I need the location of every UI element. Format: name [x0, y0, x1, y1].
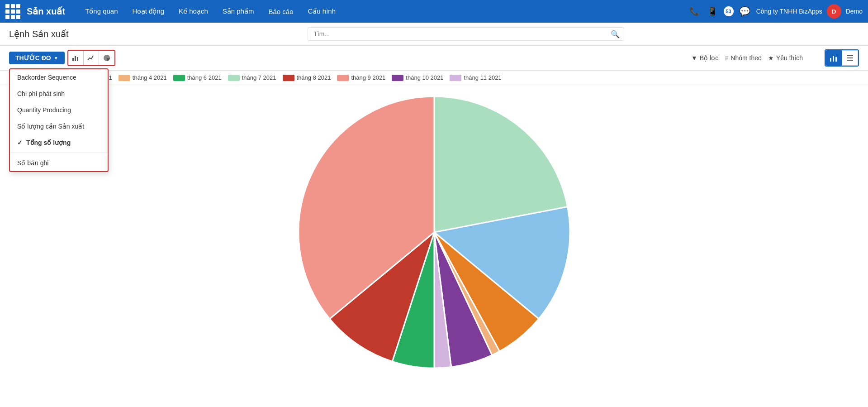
menu-tong-quan[interactable]: Tổng quan	[78, 0, 125, 23]
toolbar: THƯỚC ĐO ▼ ▼ Bộ lọc ≡ Nhóm theo	[0, 46, 868, 71]
page-title: Lệnh Sản xuất	[9, 29, 69, 39]
brand-name[interactable]: Sản xuất	[27, 6, 65, 17]
dropdown-arrow-icon: ▼	[54, 56, 58, 61]
filter-icon: ▼	[691, 54, 697, 62]
legend-item-3: tháng 6 2021	[173, 74, 222, 81]
svg-rect-7	[847, 57, 853, 58]
view-toggle-group	[825, 49, 859, 67]
filter-label: Bộ lọc	[700, 54, 718, 62]
legend-label-5: tháng 8 2021	[297, 74, 331, 81]
thuo-do-label: THƯỚC ĐO	[15, 54, 51, 62]
legend-item-4: tháng 7 2021	[228, 74, 276, 81]
dropdown-item-backorder[interactable]: Backorder Sequence	[10, 69, 108, 86]
legend-label-2: tháng 4 2021	[133, 74, 167, 81]
top-navigation: Sản xuất Tổng quan Hoạt động Kế hoạch Sả…	[0, 0, 868, 23]
pie-chart	[299, 96, 570, 368]
legend-label-8: tháng 11 2021	[464, 74, 501, 81]
legend-color-3	[173, 75, 185, 81]
pie-chart-button[interactable]	[99, 51, 114, 65]
svg-rect-8	[847, 60, 853, 61]
group-by-button[interactable]: ≡ Nhóm theo	[725, 54, 762, 62]
favorite-label: Yêu thích	[776, 54, 803, 62]
legend-item-7: tháng 10 2021	[392, 74, 443, 81]
svg-rect-1	[75, 56, 76, 61]
svg-rect-4	[833, 56, 834, 62]
search-icon[interactable]: 🔍	[611, 30, 620, 38]
notification-badge-wrap[interactable]: 53	[724, 6, 734, 16]
dropdown-item-so-ban-ghi[interactable]: Số bản ghi	[10, 155, 108, 171]
dropdown-divider	[10, 153, 108, 153]
toolbar-right: ▼ Bộ lọc ≡ Nhóm theo ★ Yêu thích	[691, 49, 859, 67]
menu-cau-hinh[interactable]: Cấu hình	[301, 0, 343, 23]
dropdown-item-soluong-can[interactable]: Số lượng cần Sản xuất	[10, 118, 108, 134]
legend-label-4: tháng 7 2021	[242, 74, 276, 81]
thuo-do-button[interactable]: THƯỚC ĐO ▼	[9, 52, 65, 64]
dropdown-item-label: Tổng số lượng	[26, 139, 71, 146]
search-input[interactable]	[308, 27, 624, 41]
star-icon: ★	[768, 54, 774, 62]
subheader: Lệnh Sản xuất 🔍	[0, 23, 868, 46]
svg-rect-3	[830, 58, 831, 62]
check-icon: ✓	[17, 139, 23, 146]
chart-type-group	[67, 50, 115, 66]
company-name[interactable]: Công ty TNHH BizApps	[756, 8, 822, 15]
list-icon: ≡	[725, 54, 728, 62]
graph-view-button[interactable]	[825, 50, 842, 66]
svg-rect-6	[847, 55, 853, 56]
legend-item-6: tháng 9 2021	[337, 74, 385, 81]
dropdown-item-label: Quantity Producing	[17, 106, 71, 114]
svg-rect-5	[835, 57, 837, 62]
apps-grid-icon[interactable]	[5, 4, 20, 19]
dropdown-item-label: Chi phí phát sinh	[17, 90, 65, 97]
dropdown-item-label: Số bản ghi	[17, 159, 48, 167]
legend-color-7	[392, 75, 403, 81]
dropdown-item-quantity-producing[interactable]: Quantity Producing	[10, 102, 108, 118]
svg-rect-0	[72, 58, 74, 61]
username[interactable]: Demo	[846, 8, 863, 15]
measure-dropdown: Backorder Sequence Chi phí phát sinh Qua…	[9, 68, 109, 172]
bar-chart-button[interactable]	[68, 51, 84, 65]
notification-count: 53	[724, 6, 734, 16]
legend-label-6: tháng 9 2021	[351, 74, 385, 81]
legend-item-5: tháng 8 2021	[283, 74, 331, 81]
menu-bao-cao[interactable]: Báo cáo	[261, 0, 300, 23]
main-menu: Tổng quan Hoạt động Kế hoạch Sản phẩm Bá…	[78, 0, 688, 23]
dropdown-item-label: Backorder Sequence	[17, 74, 76, 81]
list-view-button[interactable]	[842, 50, 858, 66]
legend-color-8	[450, 75, 461, 81]
phone-icon[interactable]: 📞	[688, 5, 701, 18]
menu-ke-hoach[interactable]: Kế hoạch	[171, 0, 215, 23]
filter-button[interactable]: ▼ Bộ lọc	[691, 54, 718, 62]
legend-color-4	[228, 75, 240, 81]
legend-item-2: tháng 4 2021	[119, 74, 167, 81]
line-chart-button[interactable]	[84, 51, 99, 65]
menu-san-pham[interactable]: Sản phẩm	[215, 0, 261, 23]
dropdown-item-label: Số lượng cần Sản xuất	[17, 123, 84, 130]
legend-label-7: tháng 10 2021	[406, 74, 443, 81]
legend-color-6	[337, 75, 349, 81]
legend-color-2	[119, 75, 130, 81]
chart-legend: tháng 1 2021tháng 2 2021tháng 4 2021thán…	[0, 71, 868, 85]
favorite-button[interactable]: ★ Yêu thích	[768, 54, 803, 62]
search-bar: 🔍	[308, 27, 624, 41]
group-label: Nhóm theo	[730, 54, 761, 62]
legend-color-5	[283, 75, 294, 81]
topnav-right-area: 📞 📱 53 💬 Công ty TNHH BizApps D Demo	[688, 4, 863, 19]
avatar[interactable]: D	[827, 4, 841, 19]
menu-hoat-dong[interactable]: Hoạt động	[125, 0, 172, 23]
legend-item-8: tháng 11 2021	[450, 74, 501, 81]
chart-area	[0, 85, 868, 379]
dropdown-item-tong-so-luong[interactable]: ✓ Tổng số lượng	[10, 134, 108, 151]
legend-label-3: tháng 6 2021	[187, 74, 222, 81]
svg-rect-2	[77, 57, 78, 61]
chat-icon[interactable]: 💬	[738, 5, 752, 18]
call-icon[interactable]: 📱	[706, 5, 719, 18]
dropdown-item-chiphi[interactable]: Chi phí phát sinh	[10, 86, 108, 102]
